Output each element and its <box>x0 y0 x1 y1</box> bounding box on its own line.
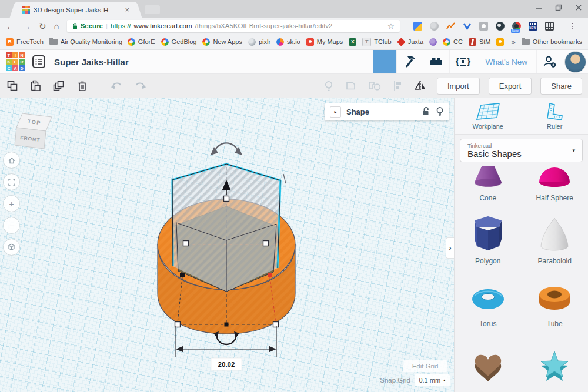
redo-button[interactable] <box>133 79 148 92</box>
rotate-handle-right[interactable] <box>268 273 272 277</box>
extension-gauge-icon[interactable]: New <box>512 22 521 31</box>
share-button[interactable]: Share <box>540 78 582 95</box>
extension-docs-icon[interactable] <box>413 22 422 31</box>
ruler-tool[interactable]: Ruler <box>522 98 588 134</box>
zoom-out-button[interactable]: − <box>3 217 20 234</box>
scale-handle-top[interactable] <box>224 196 229 202</box>
bookmark-purple[interactable] <box>429 38 437 46</box>
bookmark-sheet[interactable]: X <box>349 38 356 46</box>
bookmark-air-quality[interactable]: Air Quality Monitoring <box>49 38 122 45</box>
bookmark-juxta[interactable]: Juxta <box>397 38 423 46</box>
bookmark-pixlr[interactable]: pixlr <box>248 38 270 46</box>
minecraft-pickaxe-button[interactable] <box>396 50 423 73</box>
forward-icon[interactable]: → <box>22 22 31 31</box>
visibility-bulb-icon[interactable] <box>436 106 444 118</box>
dimension-value[interactable]: 20.02 <box>218 361 235 368</box>
perspective-toggle-button[interactable] <box>3 239 20 256</box>
scale-handle-right[interactable] <box>263 241 269 246</box>
bookmark-freetech[interactable]: BFreeTech <box>6 38 44 46</box>
back-icon[interactable]: ← <box>6 22 15 31</box>
new-tab-button[interactable] <box>145 5 160 14</box>
reload-icon[interactable]: ↻ <box>39 22 46 31</box>
category-kicker: Tinkercad <box>467 142 575 149</box>
show-all-bulb-icon[interactable] <box>322 79 335 92</box>
extension-disabled-icon[interactable] <box>430 22 439 31</box>
fit-view-button[interactable] <box>3 173 20 190</box>
bookmark-my-maps[interactable]: My Maps <box>306 38 343 46</box>
shape-item-tube[interactable]: Tube <box>522 276 588 328</box>
rotate-handle-left[interactable] <box>180 273 185 277</box>
3d-scene[interactable]: 20.02 <box>0 98 454 392</box>
bookmark-new-apps[interactable]: New Apps <box>202 38 242 46</box>
design-menu-icon[interactable] <box>32 55 46 69</box>
bookmark-skio[interactable]: sk.io <box>276 38 300 46</box>
extension-new-badge: New <box>511 29 520 33</box>
design-title[interactable]: Super Jaiks-Hillar <box>54 57 129 67</box>
3d-canvas[interactable]: 20.02 TOP FRONT + − <box>0 98 454 392</box>
delete-button[interactable] <box>76 79 89 92</box>
brick-button[interactable] <box>423 50 449 73</box>
group-button[interactable] <box>344 79 358 92</box>
window-close-icon[interactable] <box>575 4 582 11</box>
home-view-button[interactable] <box>3 152 20 169</box>
extension-keep-icon[interactable] <box>479 22 488 31</box>
dashboard-grid-button[interactable] <box>373 50 396 73</box>
rotate-handle-top[interactable] <box>215 143 238 152</box>
tab-close-icon[interactable]: × <box>125 6 129 14</box>
bookmark-bulb[interactable] <box>496 38 504 46</box>
mirror-button[interactable] <box>413 79 428 93</box>
bookmark-gedblog[interactable]: GedBlog <box>161 38 197 46</box>
workplane-tool[interactable]: Workplane <box>455 98 522 134</box>
user-avatar[interactable] <box>564 51 586 73</box>
bookmark-stm[interactable]: StM <box>469 38 491 46</box>
tinkercad-logo[interactable]: TIN KER CAD <box>6 52 25 71</box>
shape-item-torus[interactable]: Torus <box>455 276 522 328</box>
zoom-in-button[interactable]: + <box>3 195 20 212</box>
extension-v-icon[interactable] <box>463 22 472 31</box>
window-restore-icon[interactable] <box>555 4 562 11</box>
snap-grid-dropdown[interactable]: 0.1 mm▴ <box>415 374 450 386</box>
import-button[interactable]: Import <box>437 78 480 95</box>
shape-item-heart[interactable] <box>455 346 522 388</box>
chrome-menu-icon[interactable]: ⋮ <box>569 21 577 31</box>
extension-newtab-icon[interactable]: NEW <box>529 22 537 31</box>
bookmark-tclub[interactable]: TTClub <box>362 38 391 46</box>
edit-grid-button[interactable]: Edit Grid <box>403 360 447 372</box>
invite-user-button[interactable] <box>536 50 563 73</box>
ungroup-button[interactable] <box>367 79 382 92</box>
whats-new-link[interactable]: What's New <box>476 50 536 73</box>
address-bar[interactable]: Secure | https://www.tinkercad.com/thing… <box>67 20 400 32</box>
sidebar-collapse-handle[interactable]: › <box>446 237 454 259</box>
align-button[interactable] <box>391 79 404 92</box>
extension-film-icon[interactable] <box>545 22 554 31</box>
paste-button[interactable] <box>29 79 42 92</box>
codeblocks-button[interactable]: {} <box>449 50 476 73</box>
inspector-expand-icon[interactable]: ▸ <box>330 106 341 118</box>
undo-button[interactable] <box>109 79 123 92</box>
lock-icon[interactable] <box>421 106 430 118</box>
home-icon[interactable]: ⌂ <box>54 22 59 31</box>
view-cube[interactable]: TOP FRONT <box>8 103 58 153</box>
copy-button[interactable] <box>6 79 19 92</box>
shape-item-half-sphere[interactable]: Half Sphere <box>522 166 588 202</box>
browser-tab[interactable]: 3D design Super Jaiks-H × <box>16 2 135 18</box>
bookmark-star-icon[interactable]: ☆ <box>387 22 395 31</box>
bookmarks-overflow-icon[interactable]: » <box>511 38 515 46</box>
duplicate-button[interactable] <box>52 79 66 92</box>
scale-handle-left[interactable] <box>183 241 189 246</box>
bookmark-gfore[interactable]: GforE <box>128 38 155 46</box>
extension-dark-icon[interactable] <box>496 22 505 31</box>
shape-item-paraboloid[interactable]: Paraboloid <box>522 213 588 265</box>
rotate-handle-bottom[interactable] <box>217 336 236 344</box>
extension-analytics-icon[interactable] <box>446 22 455 31</box>
shape-item-cone[interactable]: Cone <box>455 166 522 202</box>
shape-category-dropdown[interactable]: Tinkercad Basic Shapes ▾ <box>460 139 583 162</box>
shape-item-star[interactable] <box>522 346 588 388</box>
bookmark-cc[interactable]: CC <box>443 38 463 46</box>
window-minimize-icon[interactable] <box>535 4 542 11</box>
other-bookmarks[interactable]: Other bookmarks <box>522 38 582 45</box>
export-button[interactable]: Export <box>489 78 532 95</box>
shape-item-polygon[interactable]: Polygon <box>455 213 522 265</box>
shape-gallery: Cone Half Sphere <box>455 166 588 392</box>
scale-handle-front-right[interactable] <box>273 322 279 327</box>
